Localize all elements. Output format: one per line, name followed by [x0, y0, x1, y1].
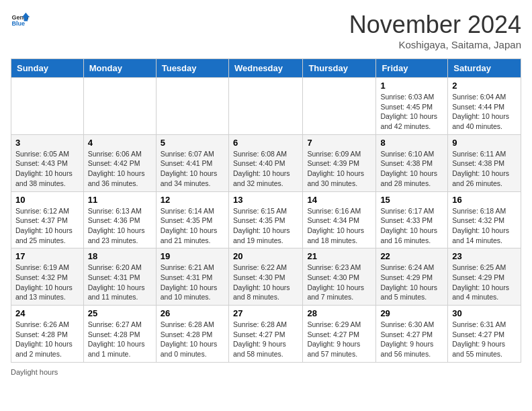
day-info: Sunrise: 6:04 AM Sunset: 4:44 PM Dayligh… — [452, 92, 517, 132]
day-number: 10 — [15, 195, 79, 205]
calendar-cell: 2Sunrise: 6:04 AM Sunset: 4:44 PM Daylig… — [448, 78, 521, 135]
calendar-cell: 19Sunrise: 6:21 AM Sunset: 4:31 PM Dayli… — [156, 248, 228, 306]
calendar-cell: 17Sunrise: 6:19 AM Sunset: 4:32 PM Dayli… — [11, 248, 84, 306]
day-info: Sunrise: 6:23 AM Sunset: 4:30 PM Dayligh… — [307, 263, 371, 302]
calendar-cell: 15Sunrise: 6:17 AM Sunset: 4:33 PM Dayli… — [376, 191, 448, 248]
day-number: 15 — [380, 195, 443, 205]
legend: Daylight hours — [11, 368, 521, 376]
day-info: Sunrise: 6:20 AM Sunset: 4:31 PM Dayligh… — [88, 263, 152, 302]
calendar-cell: 5Sunrise: 6:07 AM Sunset: 4:41 PM Daylig… — [156, 134, 228, 191]
day-number: 12 — [161, 195, 224, 205]
calendar-cell — [303, 78, 376, 135]
calendar-subtitle: Koshigaya, Saitama, Japan — [349, 39, 521, 50]
calendar-cell: 30Sunrise: 6:31 AM Sunset: 4:27 PM Dayli… — [448, 306, 521, 363]
calendar-cell — [83, 78, 156, 135]
day-number: 23 — [452, 251, 517, 261]
day-number: 30 — [452, 308, 517, 318]
day-number: 7 — [307, 138, 371, 148]
week-row-3: 10Sunrise: 6:12 AM Sunset: 4:37 PM Dayli… — [11, 191, 521, 248]
day-number: 6 — [233, 138, 298, 148]
day-header-saturday: Saturday — [448, 59, 521, 78]
calendar-cell: 13Sunrise: 6:15 AM Sunset: 4:35 PM Dayli… — [228, 191, 302, 248]
day-number: 21 — [307, 251, 371, 261]
calendar-cell: 12Sunrise: 6:14 AM Sunset: 4:35 PM Dayli… — [156, 191, 228, 248]
day-info: Sunrise: 6:22 AM Sunset: 4:30 PM Dayligh… — [233, 263, 298, 302]
day-info: Sunrise: 6:31 AM Sunset: 4:27 PM Dayligh… — [452, 320, 517, 359]
day-number: 22 — [380, 251, 443, 261]
day-number: 17 — [15, 251, 79, 261]
day-number: 5 — [161, 138, 224, 148]
week-row-5: 24Sunrise: 6:26 AM Sunset: 4:28 PM Dayli… — [11, 306, 521, 363]
title-area: November 2024 Koshigaya, Saitama, Japan — [349, 11, 521, 50]
calendar-cell: 16Sunrise: 6:18 AM Sunset: 4:32 PM Dayli… — [448, 191, 521, 248]
day-header-wednesday: Wednesday — [228, 59, 302, 78]
week-row-2: 3Sunrise: 6:05 AM Sunset: 4:43 PM Daylig… — [11, 134, 521, 191]
calendar-cell: 8Sunrise: 6:10 AM Sunset: 4:38 PM Daylig… — [376, 134, 448, 191]
day-number: 1 — [380, 81, 443, 91]
day-info: Sunrise: 6:19 AM Sunset: 4:32 PM Dayligh… — [15, 263, 79, 302]
day-info: Sunrise: 6:06 AM Sunset: 4:42 PM Dayligh… — [88, 149, 152, 189]
logo: General Blue — [11, 11, 30, 30]
calendar-cell — [11, 78, 84, 135]
day-info: Sunrise: 6:28 AM Sunset: 4:28 PM Dayligh… — [161, 320, 224, 359]
calendar-cell: 21Sunrise: 6:23 AM Sunset: 4:30 PM Dayli… — [303, 248, 376, 306]
day-info: Sunrise: 6:17 AM Sunset: 4:33 PM Dayligh… — [380, 206, 443, 246]
day-number: 19 — [161, 251, 224, 261]
calendar-cell: 18Sunrise: 6:20 AM Sunset: 4:31 PM Dayli… — [83, 248, 156, 306]
day-info: Sunrise: 6:28 AM Sunset: 4:27 PM Dayligh… — [233, 320, 298, 359]
day-header-monday: Monday — [83, 59, 156, 78]
day-info: Sunrise: 6:05 AM Sunset: 4:43 PM Dayligh… — [15, 149, 79, 189]
day-number: 2 — [452, 81, 517, 91]
week-row-4: 17Sunrise: 6:19 AM Sunset: 4:32 PM Dayli… — [11, 248, 521, 306]
calendar-cell — [228, 78, 302, 135]
calendar-cell: 28Sunrise: 6:29 AM Sunset: 4:27 PM Dayli… — [303, 306, 376, 363]
calendar-cell: 24Sunrise: 6:26 AM Sunset: 4:28 PM Dayli… — [11, 306, 84, 363]
day-number: 29 — [380, 308, 443, 318]
day-number: 28 — [307, 308, 371, 318]
day-info: Sunrise: 6:08 AM Sunset: 4:40 PM Dayligh… — [233, 149, 298, 189]
calendar-cell: 27Sunrise: 6:28 AM Sunset: 4:27 PM Dayli… — [228, 306, 302, 363]
day-number: 13 — [233, 195, 298, 205]
day-number: 20 — [233, 251, 298, 261]
day-info: Sunrise: 6:18 AM Sunset: 4:32 PM Dayligh… — [452, 206, 517, 246]
day-info: Sunrise: 6:09 AM Sunset: 4:39 PM Dayligh… — [307, 149, 371, 189]
day-info: Sunrise: 6:21 AM Sunset: 4:31 PM Dayligh… — [161, 263, 224, 302]
day-number: 4 — [88, 138, 152, 148]
day-number: 11 — [88, 195, 152, 205]
calendar-cell: 7Sunrise: 6:09 AM Sunset: 4:39 PM Daylig… — [303, 134, 376, 191]
day-info: Sunrise: 6:12 AM Sunset: 4:37 PM Dayligh… — [15, 206, 79, 246]
calendar-cell: 26Sunrise: 6:28 AM Sunset: 4:28 PM Dayli… — [156, 306, 228, 363]
svg-text:Blue: Blue — [11, 20, 25, 27]
day-number: 16 — [452, 195, 517, 205]
day-info: Sunrise: 6:07 AM Sunset: 4:41 PM Dayligh… — [161, 149, 224, 189]
header: General Blue November 2024 Koshigaya, Sa… — [11, 11, 521, 50]
calendar-table: SundayMondayTuesdayWednesdayThursdayFrid… — [11, 58, 521, 363]
day-info: Sunrise: 6:24 AM Sunset: 4:29 PM Dayligh… — [380, 263, 443, 302]
day-header-thursday: Thursday — [303, 59, 376, 78]
day-info: Sunrise: 6:15 AM Sunset: 4:35 PM Dayligh… — [233, 206, 298, 246]
day-info: Sunrise: 6:11 AM Sunset: 4:38 PM Dayligh… — [452, 149, 517, 189]
calendar-cell: 20Sunrise: 6:22 AM Sunset: 4:30 PM Dayli… — [228, 248, 302, 306]
calendar-cell: 1Sunrise: 6:03 AM Sunset: 4:45 PM Daylig… — [376, 78, 448, 135]
day-info: Sunrise: 6:13 AM Sunset: 4:36 PM Dayligh… — [88, 206, 152, 246]
day-info: Sunrise: 6:10 AM Sunset: 4:38 PM Dayligh… — [380, 149, 443, 189]
calendar-cell: 10Sunrise: 6:12 AM Sunset: 4:37 PM Dayli… — [11, 191, 84, 248]
day-number: 18 — [88, 251, 152, 261]
day-info: Sunrise: 6:29 AM Sunset: 4:27 PM Dayligh… — [307, 320, 371, 359]
day-number: 3 — [15, 138, 79, 148]
day-number: 27 — [233, 308, 298, 318]
day-number: 8 — [380, 138, 443, 148]
calendar-cell — [156, 78, 228, 135]
day-number: 14 — [307, 195, 371, 205]
day-info: Sunrise: 6:25 AM Sunset: 4:29 PM Dayligh… — [452, 263, 517, 302]
calendar-cell: 29Sunrise: 6:30 AM Sunset: 4:27 PM Dayli… — [376, 306, 448, 363]
day-info: Sunrise: 6:14 AM Sunset: 4:35 PM Dayligh… — [161, 206, 224, 246]
day-header-tuesday: Tuesday — [156, 59, 228, 78]
day-info: Sunrise: 6:30 AM Sunset: 4:27 PM Dayligh… — [380, 320, 443, 359]
calendar-cell: 3Sunrise: 6:05 AM Sunset: 4:43 PM Daylig… — [11, 134, 84, 191]
calendar-cell: 9Sunrise: 6:11 AM Sunset: 4:38 PM Daylig… — [448, 134, 521, 191]
day-number: 25 — [88, 308, 152, 318]
day-info: Sunrise: 6:03 AM Sunset: 4:45 PM Dayligh… — [380, 92, 443, 132]
header-row: SundayMondayTuesdayWednesdayThursdayFrid… — [11, 59, 521, 78]
day-header-sunday: Sunday — [11, 59, 84, 78]
